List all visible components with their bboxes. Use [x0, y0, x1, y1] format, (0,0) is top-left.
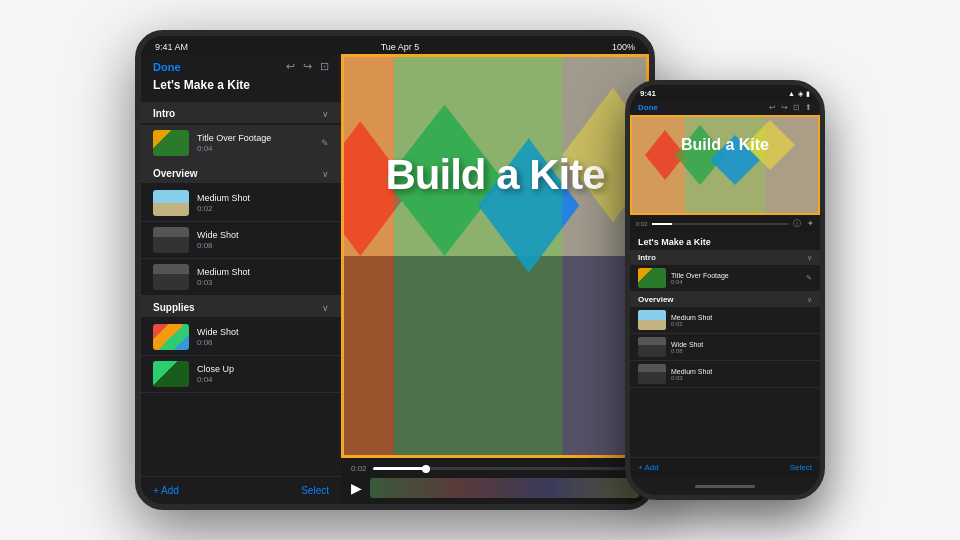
- phone-content: Done ↩ ↪ ⊡ ⬆: [630, 100, 820, 477]
- phone-redo-icon[interactable]: ↪: [781, 103, 788, 112]
- clip-item[interactable]: Wide Shot 0:08: [141, 222, 341, 259]
- phone-clip-item[interactable]: Title Over Footage 0:04 ✎: [630, 265, 820, 292]
- phone-chevron-overview[interactable]: ∨: [807, 296, 812, 304]
- phone-clip-info: Medium Shot 0:03: [671, 368, 812, 381]
- playback-controls: ▶: [351, 478, 639, 498]
- clip-item[interactable]: Medium Shot 0:02: [141, 185, 341, 222]
- clip-name: Medium Shot: [197, 193, 329, 203]
- phone-home-bar: [630, 477, 820, 495]
- phone-clip-dur: 0:03: [671, 375, 812, 381]
- nav-icons: ↩ ↪ ⊡: [286, 60, 329, 73]
- phone-magic-icon[interactable]: ✦: [807, 219, 814, 228]
- video-controls: 0:02 ▶: [341, 458, 649, 504]
- phone-time-code: 0:02: [636, 221, 648, 227]
- section-header-overview: Overview ∨: [141, 162, 341, 183]
- phone-timeline: 0:02 ⓘ ✦: [630, 215, 820, 232]
- phone-select-button[interactable]: Select: [790, 463, 812, 472]
- clip-item[interactable]: Title Over Footage 0:04 ✎: [141, 125, 341, 162]
- clip-item[interactable]: Medium Shot 0:03: [141, 259, 341, 296]
- clip-item[interactable]: Close Up 0:04: [141, 356, 341, 393]
- phone-sidebar: Let's Make a Kite Intro ∨ Title Over Foo…: [630, 232, 820, 457]
- sidebar-footer: + Add Select: [141, 476, 341, 504]
- crop-icon[interactable]: ⊡: [320, 60, 329, 73]
- clip-duration: 0:02: [197, 204, 329, 213]
- clip-name: Title Over Footage: [197, 133, 313, 143]
- phone-section-header-overview: Overview ∨: [630, 292, 820, 307]
- clip-duration: 0:04: [197, 375, 329, 384]
- phone-clip-name: Wide Shot: [671, 341, 812, 348]
- redo-icon[interactable]: ↪: [303, 60, 312, 73]
- phone-progress-track[interactable]: [652, 223, 789, 225]
- section-label-overview: Overview: [153, 168, 197, 179]
- phone-status-icons: ▲ ◈ ▮: [788, 90, 810, 98]
- add-button[interactable]: + Add: [153, 485, 179, 496]
- sidebar-project-title: Let's Make a Kite: [153, 76, 329, 98]
- play-button[interactable]: ▶: [351, 480, 362, 496]
- phone-share-icon[interactable]: ⬆: [805, 103, 812, 112]
- phone-edit-icon: ✎: [806, 274, 812, 282]
- undo-icon[interactable]: ↩: [286, 60, 295, 73]
- clip-name: Wide Shot: [197, 230, 329, 240]
- phone-clip-dur: 0:02: [671, 321, 812, 327]
- phone-done-button[interactable]: Done: [638, 103, 658, 112]
- tablet-status-bar: 9:41 AM Tue Apr 5 100%: [141, 36, 649, 54]
- clip-thumbnail-person2: [153, 264, 189, 290]
- progress-track[interactable]: [373, 467, 639, 470]
- clip-info: Close Up 0:04: [197, 364, 329, 384]
- progress-fill: [373, 467, 426, 470]
- phone-info-icon[interactable]: ⓘ: [793, 218, 801, 229]
- phone-clip-item[interactable]: Medium Shot 0:03: [630, 361, 820, 388]
- tablet-sidebar: Done ↩ ↪ ⊡ Let's Make a Kite Intro ∨: [141, 54, 341, 504]
- clip-thumbnail-green: [153, 361, 189, 387]
- phone-clip-thumb-person: [638, 337, 666, 357]
- phone-clip-info: Title Over Footage 0:04: [671, 272, 801, 285]
- phone-clip-thumb-person2: [638, 364, 666, 384]
- phone-clip-thumb-kite: [638, 268, 666, 288]
- clip-thumbnail-colorful: [153, 324, 189, 350]
- phone-clip-name: Medium Shot: [671, 314, 812, 321]
- clip-name: Medium Shot: [197, 267, 329, 277]
- phone-undo-icon[interactable]: ↩: [769, 103, 776, 112]
- phone-clip-item[interactable]: Medium Shot 0:02: [630, 307, 820, 334]
- clip-duration: 0:03: [197, 278, 329, 287]
- wifi-icon: ◈: [798, 90, 803, 98]
- clip-thumbnail-kite: [153, 130, 189, 156]
- phone-clip-info: Medium Shot 0:02: [671, 314, 812, 327]
- timeline-bar: 0:02: [351, 464, 639, 473]
- scene: 9:41 AM Tue Apr 5 100% Done ↩ ↪ ⊡ Let's …: [0, 0, 960, 540]
- section-label-supplies: Supplies: [153, 302, 195, 313]
- phone-crop-icon[interactable]: ⊡: [793, 103, 800, 112]
- phone-clip-name: Medium Shot: [671, 368, 812, 375]
- clip-duration: 0:04: [197, 144, 313, 153]
- select-button[interactable]: Select: [301, 485, 329, 496]
- phone-playback-controls: ⓘ ✦: [793, 218, 814, 229]
- done-button[interactable]: Done: [153, 61, 181, 73]
- phone-add-button[interactable]: + Add: [638, 463, 659, 472]
- clip-thumbnail-person: [153, 227, 189, 253]
- section-header-intro: Intro ∨: [141, 102, 341, 123]
- clip-item[interactable]: Wide Shot 0:06: [141, 319, 341, 356]
- phone-chevron-intro[interactable]: ∨: [807, 254, 812, 262]
- kite-scene: Build a Kite: [341, 54, 649, 458]
- phone-section-label-overview: Overview: [638, 295, 674, 304]
- signal-icon: ▲: [788, 90, 795, 97]
- video-title-text: Build a Kite: [385, 154, 604, 196]
- clip-info: Title Over Footage 0:04: [197, 133, 313, 153]
- sidebar-header: Done ↩ ↪ ⊡ Let's Make a Kite: [141, 54, 341, 102]
- phone-status-bar: 9:41 ▲ ◈ ▮: [630, 85, 820, 100]
- tablet-time: 9:41 AM: [155, 42, 188, 52]
- chevron-overview[interactable]: ∨: [322, 169, 329, 179]
- phone-clip-thumb-beach: [638, 310, 666, 330]
- phone-clip-dur: 0:08: [671, 348, 812, 354]
- timeline-strip[interactable]: [370, 478, 639, 498]
- timeline-strip-inner: [370, 478, 639, 498]
- clip-info: Wide Shot 0:06: [197, 327, 329, 347]
- clip-name: Wide Shot: [197, 327, 329, 337]
- clip-thumbnail-beach: [153, 190, 189, 216]
- phone-clip-item[interactable]: Wide Shot 0:08: [630, 334, 820, 361]
- chevron-intro[interactable]: ∨: [322, 109, 329, 119]
- home-indicator: [695, 485, 755, 488]
- edit-icon: ✎: [321, 138, 329, 148]
- phone-time: 9:41: [640, 89, 656, 98]
- chevron-supplies[interactable]: ∨: [322, 303, 329, 313]
